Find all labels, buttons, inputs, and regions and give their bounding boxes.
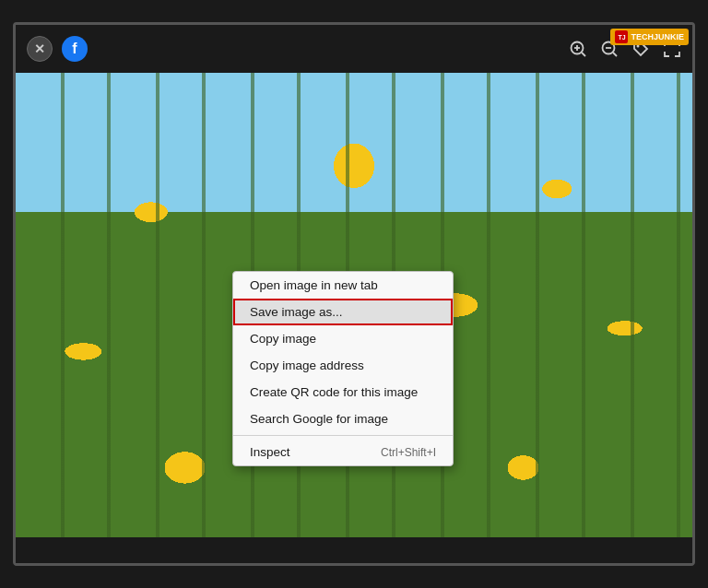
context-menu-item-save[interactable]: Save image as... [233, 299, 453, 325]
main-window: TJ TECHJUNKIE ✕ f [13, 22, 695, 566]
close-button[interactable]: ✕ [27, 36, 53, 62]
context-menu-item-inspect[interactable]: Inspect Ctrl+Shift+I [233, 439, 453, 465]
top-bar-left: ✕ f [27, 36, 88, 62]
techjunkie-badge: TJ TECHJUNKIE [610, 29, 689, 45]
context-menu-item-copy[interactable]: Copy image [233, 325, 453, 352]
top-bar: ✕ f [16, 25, 692, 73]
svg-line-6 [613, 53, 617, 56]
zoom-in-button[interactable] [569, 40, 587, 58]
image-area: Open image in new tab Save image as... C… [16, 73, 692, 537]
badge-text: TECHJUNKIE [631, 32, 684, 41]
tj-logo-icon: TJ [615, 30, 628, 43]
context-menu-item-open[interactable]: Open image in new tab [233, 272, 453, 299]
facebook-icon: f [62, 36, 88, 62]
bottom-bar [16, 537, 692, 563]
context-menu: Open image in new tab Save image as... C… [232, 271, 454, 466]
context-menu-separator [233, 435, 453, 436]
context-menu-item-google[interactable]: Search Google for image [233, 406, 453, 432]
context-menu-item-qr[interactable]: Create QR code for this image [233, 379, 453, 406]
context-menu-item-copy-address[interactable]: Copy image address [233, 352, 453, 379]
svg-line-3 [582, 53, 585, 56]
